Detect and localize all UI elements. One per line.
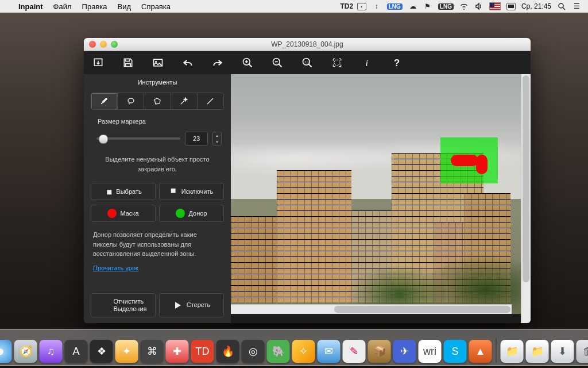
dock-evernote-icon[interactable]: 🐘	[267, 340, 290, 363]
statusbar-battery-icon[interactable]	[506, 2, 516, 11]
marker-size-label: Размер маркера	[98, 118, 224, 125]
menu-help[interactable]: Справка	[141, 2, 171, 11]
dock-downloads-icon[interactable]: ⬇	[551, 340, 574, 363]
statusbar-sync-icon[interactable]: ↕	[372, 2, 381, 11]
dock-folder2-icon[interactable]: 📁	[526, 340, 549, 363]
dock-app5-icon[interactable]: ◎	[242, 340, 265, 363]
zoom-actual-button[interactable]: 1:1	[301, 56, 314, 69]
magic-wand-tool-button[interactable]	[171, 93, 198, 109]
open-button[interactable]	[92, 56, 105, 69]
dock-app8-icon[interactable]: ✈	[393, 340, 416, 363]
line-tool-button[interactable]	[198, 93, 223, 109]
svg-line-12	[309, 64, 312, 67]
read-lesson-link[interactable]: Прочитать урок	[91, 264, 224, 271]
canvas-area	[231, 74, 531, 323]
tools-sidebar: Инструменты Размер маркера ▲▼ Выделите н…	[84, 74, 231, 323]
image-button[interactable]	[152, 56, 164, 69]
mask-stroke-overlay[interactable]	[451, 151, 488, 172]
menu-edit[interactable]: Правка	[82, 2, 107, 11]
menu-file[interactable]: Файл	[53, 2, 72, 11]
exclude-mode-button[interactable]: Исключить	[159, 183, 224, 200]
mask-color-button[interactable]: Маска	[91, 205, 156, 222]
dock-itunes-icon[interactable]: ♫	[40, 340, 63, 363]
svg-text:1:1: 1:1	[304, 60, 309, 64]
menu-view[interactable]: Вид	[118, 2, 131, 11]
statusbar-wifi-icon[interactable]	[459, 2, 469, 11]
statusbar-lng2-icon[interactable]: LNG	[438, 3, 454, 10]
marker-size-stepper[interactable]: ▲▼	[212, 132, 222, 145]
redo-button[interactable]	[211, 56, 224, 69]
info-button[interactable]: i	[361, 56, 373, 69]
svg-line-9	[279, 64, 282, 67]
zoom-fit-button[interactable]	[331, 56, 343, 69]
app-window: WP_20130918_004.jpg 1:1 i ? Инструменты …	[84, 38, 531, 323]
statusbar-lng-icon[interactable]: LNG	[387, 3, 403, 10]
dock-separator	[496, 338, 497, 363]
dock-skype-icon[interactable]: S	[444, 340, 467, 363]
menubar-app-name[interactable]: Inpaint	[18, 2, 43, 11]
tools-title: Инструменты	[91, 78, 224, 88]
zoom-out-button[interactable]	[271, 56, 284, 69]
vertical-scrollbar[interactable]	[521, 74, 531, 323]
dock-inpaint-icon[interactable]: ✎	[343, 340, 366, 363]
zoom-in-button[interactable]	[241, 56, 254, 69]
mac-menubar: Inpaint Файл Правка Вид Справка TD2 • ↕ …	[0, 0, 588, 13]
dock-app7-icon[interactable]: 📦	[368, 340, 391, 363]
image-canvas[interactable]	[231, 74, 521, 314]
statusbar-input-flag-icon[interactable]	[489, 2, 501, 10]
main-toolbar: 1:1 i ?	[84, 51, 531, 74]
dock-app2-icon[interactable]: ⌘	[141, 340, 164, 363]
polygon-tool-button[interactable]	[144, 93, 171, 109]
clear-selection-button[interactable]: ОтчиститьВыделения	[91, 293, 156, 317]
dock-writer-icon[interactable]: wri	[419, 340, 442, 363]
svg-line-18	[207, 98, 213, 104]
photo-content	[231, 74, 521, 314]
statusbar-td-icon[interactable]: TD2	[342, 2, 351, 11]
statusbar-volume-icon[interactable]	[474, 2, 483, 11]
window-minimize-icon[interactable]	[100, 41, 107, 48]
dock-finder-icon[interactable]: ☻	[0, 340, 12, 363]
svg-point-0	[559, 3, 563, 8]
erase-label: Стереть	[187, 301, 211, 309]
window-close-icon[interactable]	[89, 41, 96, 48]
select-mode-button[interactable]: Выбрать	[91, 183, 156, 200]
statusbar-notifications-icon[interactable]: ☰	[572, 2, 581, 11]
svg-rect-20	[107, 190, 112, 194]
save-button[interactable]	[122, 56, 134, 69]
erase-button[interactable]: Стереть	[159, 293, 224, 317]
donor-description: Донор позволяет определить какие пикселы…	[91, 227, 224, 260]
mac-dock: ☻ 🧭 ♫ A ❖ ✦ ⌘ ✚ TD 🔥 ◎ 🐘 ✧ ✉ ✎ 📦 ✈ wri S…	[0, 329, 588, 366]
marker-tool-button[interactable]	[91, 93, 118, 109]
dock-vlc-icon[interactable]: ▲	[469, 340, 492, 363]
marker-size-slider[interactable]	[96, 137, 180, 140]
donor-color-button[interactable]: Донор	[159, 205, 224, 222]
marker-size-input[interactable]	[185, 132, 208, 145]
dock-app4-icon[interactable]: 🔥	[216, 340, 239, 363]
statusbar-datetime[interactable]: Ср, 21:45	[521, 2, 551, 10]
dock-app6-icon[interactable]: ✧	[292, 340, 315, 363]
dock-app3-icon[interactable]: ✚	[166, 340, 189, 363]
window-titlebar[interactable]: WP_20130918_004.jpg	[84, 38, 531, 51]
svg-text:i: i	[366, 57, 369, 68]
dock-todoist-icon[interactable]: TD	[191, 340, 214, 363]
dock-appstore-icon[interactable]: A	[65, 340, 88, 363]
window-zoom-icon[interactable]	[111, 41, 118, 48]
undo-button[interactable]	[181, 56, 194, 69]
dock-trash-icon[interactable]: 🗑	[577, 340, 589, 363]
statusbar-spotlight-icon[interactable]	[557, 2, 566, 11]
statusbar-display-icon[interactable]: •	[357, 2, 366, 11]
dock-safari-icon[interactable]: 🧭	[14, 340, 37, 363]
select-icon	[105, 187, 113, 195]
lasso-tool-button[interactable]	[118, 93, 144, 109]
help-button[interactable]: ?	[390, 56, 403, 69]
play-icon	[173, 301, 182, 310]
svg-text:?: ?	[394, 57, 400, 68]
dock-mail-icon[interactable]: ✉	[318, 340, 341, 363]
horizontal-scrollbar[interactable]	[231, 304, 512, 314]
dock-app1-icon[interactable]: ✦	[115, 340, 138, 363]
statusbar-cloud-icon[interactable]: ☁	[408, 2, 417, 11]
statusbar-flag-icon[interactable]: ⚑	[423, 2, 432, 11]
dock-terminal-icon[interactable]: ❖	[90, 340, 113, 363]
dock-folder1-icon[interactable]: 📁	[501, 340, 524, 363]
hint-text: Выделите ненужный объект просто закрасив…	[91, 151, 224, 178]
